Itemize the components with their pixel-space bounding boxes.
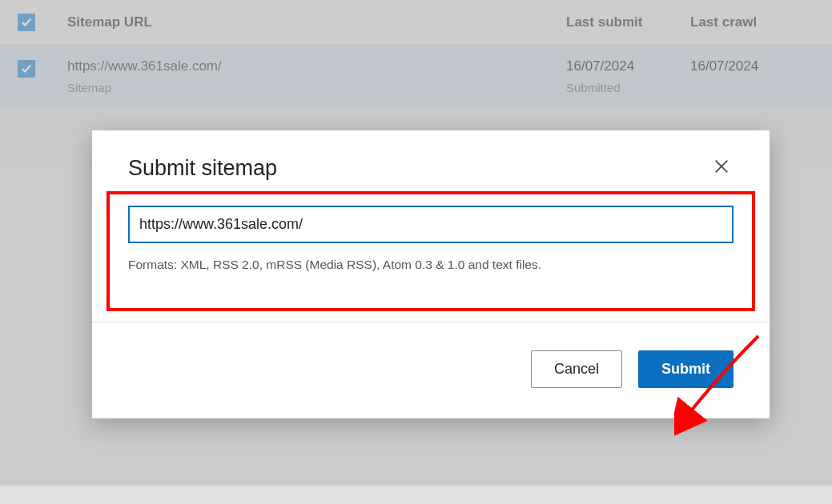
modal-header: Submit sitemap bbox=[92, 130, 770, 198]
modal-body: Formats: XML, RSS 2.0, mRSS (Media RSS),… bbox=[92, 198, 770, 304]
format-hint: Formats: XML, RSS 2.0, mRSS (Media RSS),… bbox=[128, 258, 734, 272]
modal-title: Submit sitemap bbox=[128, 156, 277, 181]
close-button[interactable] bbox=[709, 154, 734, 182]
sitemap-url-input[interactable] bbox=[128, 206, 734, 243]
close-icon bbox=[713, 158, 730, 175]
cancel-button[interactable]: Cancel bbox=[531, 350, 622, 388]
submit-sitemap-modal: Submit sitemap Formats: XML, RSS 2.0, mR… bbox=[92, 130, 770, 418]
modal-footer: Cancel Submit bbox=[92, 322, 770, 418]
submit-button[interactable]: Submit bbox=[638, 350, 734, 388]
